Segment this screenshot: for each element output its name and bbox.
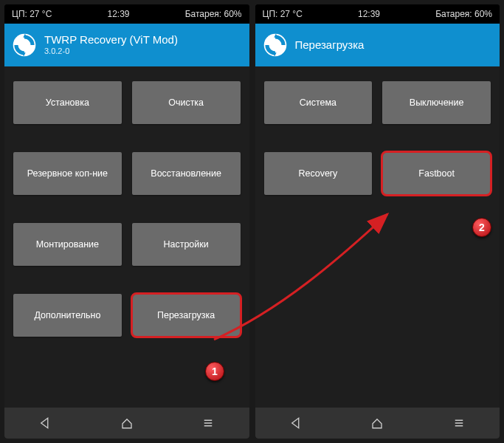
home-icon[interactable] xyxy=(370,416,384,430)
reboot-button[interactable]: Перезагрузка xyxy=(132,294,241,337)
status-temp: ЦП: 27 °C xyxy=(12,9,52,19)
screen-right: ЦП: 27 °C 12:39 Батарея: 60% Перезагрузк… xyxy=(255,4,500,439)
back-icon[interactable] xyxy=(289,416,303,430)
install-button[interactable]: Установка xyxy=(13,81,122,124)
main-menu-grid: Установка Очистка Резервное коп-ние Восс… xyxy=(4,66,249,408)
advanced-button[interactable]: Дополнительно xyxy=(13,294,122,337)
statusbar: ЦП: 27 °C 12:39 Батарея: 60% xyxy=(4,4,249,24)
reboot-fastboot-button[interactable]: Fastboot xyxy=(382,152,491,195)
statusbar: ЦП: 27 °C 12:39 Батарея: 60% xyxy=(255,4,500,24)
poweroff-button[interactable]: Выключение xyxy=(382,81,491,124)
status-temp: ЦП: 27 °C xyxy=(263,9,303,19)
reboot-menu-grid: Система Выключение Recovery Fastboot xyxy=(255,66,500,408)
restore-button[interactable]: Восстановление xyxy=(132,152,241,195)
app-header: TWRP Recovery (ViT Mod) 3.0.2-0 xyxy=(4,24,249,66)
settings-button[interactable]: Настройки xyxy=(132,223,241,266)
recents-icon[interactable] xyxy=(452,416,466,430)
app-header: Перезагрузка xyxy=(255,24,500,66)
header-title: TWRP Recovery (ViT Mod) xyxy=(44,33,178,47)
header-version: 3.0.2-0 xyxy=(44,47,178,56)
twrp-logo-icon xyxy=(12,32,37,58)
reboot-recovery-button[interactable]: Recovery xyxy=(264,152,373,195)
android-navbar xyxy=(4,408,249,439)
home-icon[interactable] xyxy=(120,416,134,430)
status-time: 12:39 xyxy=(107,9,129,19)
annotation-badge-2: 2 xyxy=(472,218,491,237)
annotation-badge-1: 1 xyxy=(205,362,224,381)
status-battery: Батарея: 60% xyxy=(435,9,492,19)
status-battery: Батарея: 60% xyxy=(185,9,242,19)
backup-button[interactable]: Резервное коп-ние xyxy=(13,152,122,195)
wipe-button[interactable]: Очистка xyxy=(132,81,241,124)
status-time: 12:39 xyxy=(358,9,380,19)
recents-icon[interactable] xyxy=(201,416,215,430)
back-icon[interactable] xyxy=(38,416,52,430)
twrp-logo-icon xyxy=(263,32,288,58)
android-navbar xyxy=(255,408,500,439)
reboot-system-button[interactable]: Система xyxy=(264,81,373,124)
header-title: Перезагрузка xyxy=(295,38,365,52)
mount-button[interactable]: Монтирование xyxy=(13,223,122,266)
